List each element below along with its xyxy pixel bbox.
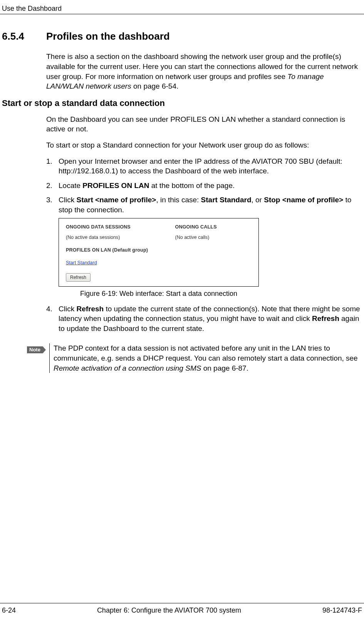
page-content: 6.5.4 Profiles on the dashboard There is… [0,30,364,373]
page-footer: 6-24 Chapter 6: Configure the AVIATOR 70… [0,603,364,615]
steps-list: Open your Internet browser and enter the… [46,156,360,334]
step-2-a: Locate [59,181,82,190]
intro-text-b: on page 6-54. [131,82,179,90]
note-tag-wrap: Note [27,343,49,373]
start-standard-link[interactable]: Start Standard [66,260,97,266]
footer-doc-id: 98-124743-F [322,606,362,615]
figure-caption: Figure 6-19: Web interface: Start a data… [59,289,259,298]
step-3-c: , in this case: [156,196,201,204]
section-number: 6.5.4 [2,30,46,43]
refresh-button[interactable]: Refresh [66,273,91,282]
figure-top-row: ONGOING DATA SESSIONS (No active data se… [66,224,252,246]
note-block: Note The PDP context for a data session … [27,343,360,373]
section-title: Profiles on the dashboard [46,30,170,43]
subsection-heading: Start or stop a standard data connection [2,97,362,109]
step-3-d: Start Standard [201,196,252,204]
figure-wrap: ONGOING DATA SESSIONS (No active data se… [59,218,360,299]
step-3-b: Start <name of profile> [76,196,156,204]
step-3-a: Click [59,196,76,204]
ongoing-calls-text: (No active calls) [175,234,252,241]
subsection-p1: On the Dashboard you can see under PROFI… [46,114,360,134]
section-intro: There is also a section on the dashboard… [46,52,360,91]
subsection-p2: To start or stop a Standard connection f… [46,140,360,150]
refresh-button-row: Refresh [66,272,252,282]
note-tag: Note [27,346,43,353]
footer-row: 6-24 Chapter 6: Configure the AVIATOR 70… [0,603,364,615]
ongoing-calls-heading: ONGOING CALLS [175,224,252,230]
ongoing-data-sessions-heading: ONGOING DATA SESSIONS [66,224,175,230]
figure-col-sessions: ONGOING DATA SESSIONS (No active data se… [66,224,175,246]
step-4-d: Refresh [312,314,339,322]
note-body: The PDP context for a data session is no… [49,343,360,373]
footer-page-number: 6-24 [2,606,16,615]
note-xref: Remote activation of a connection using … [54,364,201,372]
running-header-left: Use the Dashboard [2,4,62,13]
step-3: Click Start <name of profile>, in this c… [46,195,360,298]
profiles-on-lan-heading: PROFILES ON LAN (Default group) [66,247,252,254]
section-heading: 6.5.4 Profiles on the dashboard [2,30,362,43]
running-header: Use the Dashboard [0,0,364,14]
step-4: Click Refresh to update the current stat… [46,304,360,334]
step-3-e: , or [252,196,264,204]
note-text-b: on page 6-87. [201,364,248,372]
step-2-c: at the bottom of the page. [149,181,235,190]
step-4-b: Refresh [76,305,104,313]
step-2-bold: PROFILES ON LAN [82,181,149,190]
step-1: Open your Internet browser and enter the… [46,156,360,176]
step-1-text: Open your Internet browser and enter the… [59,157,342,175]
ongoing-data-sessions-text: (No active data sessions) [66,234,175,241]
header-rule [0,14,364,14]
figure-col-calls: ONGOING CALLS (No active calls) [175,224,252,246]
note-text-a: The PDP context for a data session is no… [54,344,358,362]
step-3-f: Stop <name of profile> [264,196,343,204]
figure-box: ONGOING DATA SESSIONS (No active data se… [59,218,259,287]
footer-chapter: Chapter 6: Configure the AVIATOR 700 sys… [16,606,322,615]
step-4-a: Click [59,305,76,313]
step-2: Locate PROFILES ON LAN at the bottom of … [46,181,360,191]
